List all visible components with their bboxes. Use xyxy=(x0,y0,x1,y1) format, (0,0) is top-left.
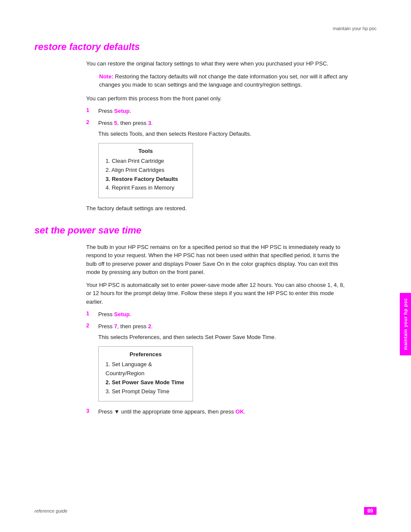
step2-mid: , then press xyxy=(117,120,148,126)
section2-para1: The bulb in your HP PSC remains on for a… xyxy=(86,243,351,277)
s2-step2-mid: , then press xyxy=(117,323,148,330)
section1-intro: You can restore the original factory set… xyxy=(86,59,351,68)
s2-step2-highlight2: 2 xyxy=(148,323,151,330)
s2-step2-end: . xyxy=(151,323,153,330)
section1-step1: 1 Press Setup. xyxy=(86,107,351,115)
section2-step3: 3 Press ▼ until the appropriate time app… xyxy=(86,408,351,416)
pref-menu-item-3: 3. Set Prompt Delay Time xyxy=(106,387,186,396)
s2-step3-content: Press ▼ until the appropriate time appea… xyxy=(98,408,246,416)
section1-note: Note: Restoring the factory defaults wil… xyxy=(99,72,351,89)
section1-step2: 2 Press 5, then press 3. xyxy=(86,119,351,128)
footer: reference guide 89 xyxy=(34,507,377,515)
s2-step1-text: Press xyxy=(98,311,114,317)
s2-step3-end: . xyxy=(244,408,246,415)
s2-step3-symbol: ▼ xyxy=(114,408,120,415)
section1-can-perform: You can perform this process from the fr… xyxy=(86,94,351,103)
s2-step3-text: Press xyxy=(98,408,114,415)
step1-content: Press Setup. xyxy=(98,107,131,115)
step1-highlight: Setup xyxy=(114,108,130,114)
s2-step3-number: 3 xyxy=(86,408,93,416)
step2-content: Press 5, then press 3. xyxy=(98,119,153,128)
s2-step2-number: 2 xyxy=(86,322,93,331)
sidebar-tab: maintain your hp psc xyxy=(400,293,411,355)
section2-para2: Your HP PSC is automatically set to ente… xyxy=(86,281,351,306)
s2-step1-highlight: Setup xyxy=(114,311,130,317)
tools-menu-title: Tools xyxy=(106,148,186,154)
section2-step1: 1 Press Setup. xyxy=(86,310,351,319)
s2-step2-text: Press xyxy=(98,323,114,330)
s2-step2-content: Press 7, then press 2. xyxy=(98,322,153,331)
step2-highlight2: 3 xyxy=(148,120,151,126)
header-text: maintain your hp psc xyxy=(333,26,377,31)
sidebar-tab-text: maintain your hp psc xyxy=(403,298,408,350)
tools-menu-item-4: 4. Reprint Faxes in Memory xyxy=(106,184,186,193)
section1-result: The factory default settings are restore… xyxy=(86,204,351,213)
step2-sub: This selects Tools, and then selects Res… xyxy=(98,131,351,137)
s2-step2-sub: This selects Preferences, and then selec… xyxy=(98,334,351,340)
s2-step1-end: . xyxy=(130,311,131,317)
step2-highlight: 5 xyxy=(114,120,117,126)
step2-number: 2 xyxy=(86,119,93,128)
step1-end: . xyxy=(130,108,131,114)
step1-number: 1 xyxy=(86,107,93,115)
tools-menu-item-1: 1. Clean Print Cartridge xyxy=(106,157,186,166)
preferences-menu-box: Preferences 1. Set Language & Country/Re… xyxy=(98,346,193,401)
section2: set the power save time The bulb in your… xyxy=(34,225,377,416)
s2-step3-highlight: OK xyxy=(236,408,244,415)
section1-note-text: Note: Restoring the factory defaults wil… xyxy=(99,72,351,89)
s2-step1-content: Press Setup. xyxy=(98,310,131,319)
tools-menu-box: Tools 1. Clean Print Cartridge 2. Align … xyxy=(98,143,193,198)
section2-content: The bulb in your HP PSC remains on for a… xyxy=(86,243,351,416)
pref-menu-item-1: 1. Set Language & Country/Region xyxy=(106,360,186,378)
section1: restore factory defaults You can restore… xyxy=(34,41,377,213)
note-label: Note: xyxy=(99,73,113,80)
section1-content: You can restore the original factory set… xyxy=(86,59,351,213)
tools-menu-item-3: 3. Restore Factory Defaults xyxy=(106,175,186,184)
tools-menu-item-2: 2. Align Print Cartridges xyxy=(106,166,186,175)
preferences-menu-title: Preferences xyxy=(106,351,186,358)
s2-step2-highlight: 7 xyxy=(114,323,117,330)
page: maintain your hp psc restore factory def… xyxy=(0,0,411,532)
s2-step1-number: 1 xyxy=(86,310,93,319)
step2-end: . xyxy=(151,120,153,126)
s2-step3-mid: until the appropriate time appears, then… xyxy=(120,408,236,415)
step1-text: Press xyxy=(98,108,114,114)
note-content: Restoring the factory defaults will not … xyxy=(99,73,348,88)
header-label: maintain your hp psc xyxy=(34,26,377,31)
section2-step2: 2 Press 7, then press 2. xyxy=(86,322,351,331)
footer-page-number: 89 xyxy=(364,507,377,515)
section2-title: set the power save time xyxy=(34,225,377,236)
step2-text: Press xyxy=(98,120,114,126)
pref-menu-item-2: 2. Set Power Save Mode Time xyxy=(106,378,186,387)
section1-title: restore factory defaults xyxy=(34,41,377,53)
footer-left: reference guide xyxy=(34,508,67,513)
